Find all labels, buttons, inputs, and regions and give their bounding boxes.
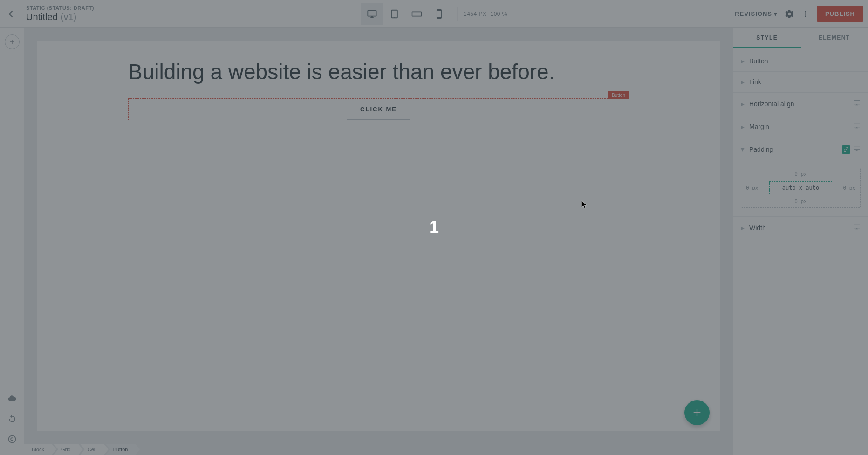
overlay-counter: 1: [429, 217, 439, 238]
modal-overlay[interactable]: 1: [0, 0, 868, 455]
